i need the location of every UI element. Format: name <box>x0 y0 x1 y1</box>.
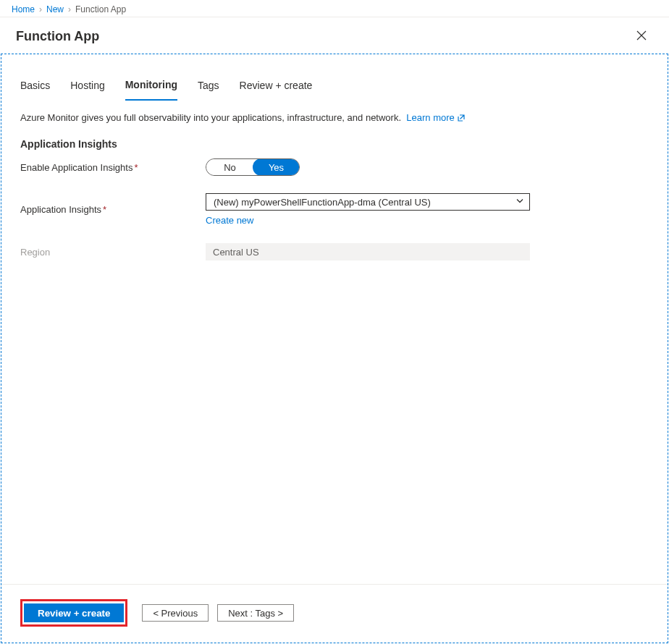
intro-message: Azure Monitor gives you full observabili… <box>20 112 401 123</box>
breadcrumb: Home › New › Function App <box>0 0 669 17</box>
required-marker: * <box>103 204 106 215</box>
tabs-bar: Basics Hosting Monitoring Tags Review + … <box>1 54 668 101</box>
label-region: Region <box>20 247 206 258</box>
breadcrumb-link-home[interactable]: Home <box>12 4 35 14</box>
label-app-insights-text: Application Insights <box>20 204 101 215</box>
toggle-enable-insights[interactable]: No Yes <box>206 158 300 176</box>
field-region: Central US <box>206 243 530 260</box>
tab-monitoring[interactable]: Monitoring <box>125 79 177 101</box>
review-create-button[interactable]: Review + create <box>24 603 124 622</box>
label-enable-insights: Enable Application Insights* <box>20 162 206 173</box>
page-title: Function App <box>16 29 99 44</box>
breadcrumb-link-new[interactable]: New <box>46 4 64 14</box>
panel-header: Function App <box>0 17 669 54</box>
toggle-option-no[interactable]: No <box>206 159 253 175</box>
select-app-insights[interactable]: (New) myPowerShellFunctionApp-dma (Centr… <box>206 193 530 211</box>
label-enable-insights-text: Enable Application Insights <box>20 162 132 173</box>
highlight-review-create: Review + create <box>20 599 127 627</box>
content-frame: Basics Hosting Monitoring Tags Review + … <box>1 54 668 643</box>
footer-bar: Review + create < Previous Next : Tags > <box>1 584 668 643</box>
section-title-app-insights: Application Insights <box>20 138 649 150</box>
row-enable-insights: Enable Application Insights* No Yes <box>20 157 649 177</box>
row-region: Region Central US <box>20 242 649 262</box>
toggle-option-yes[interactable]: Yes <box>253 158 300 176</box>
learn-more-link[interactable]: Learn more <box>406 112 454 123</box>
breadcrumb-separator: › <box>68 4 71 14</box>
tab-basics[interactable]: Basics <box>20 79 50 101</box>
label-app-insights: Application Insights* <box>20 204 206 215</box>
tab-tags[interactable]: Tags <box>198 79 219 101</box>
tab-hosting[interactable]: Hosting <box>70 79 104 101</box>
create-new-link[interactable]: Create new <box>206 215 253 226</box>
intro-text: Azure Monitor gives you full observabili… <box>20 112 649 124</box>
external-link-icon <box>458 113 465 124</box>
tab-review-create[interactable]: Review + create <box>240 79 313 101</box>
close-button[interactable] <box>630 25 653 48</box>
breadcrumb-current: Function App <box>75 4 126 14</box>
required-marker: * <box>134 162 138 173</box>
previous-button[interactable]: < Previous <box>142 604 209 622</box>
form-body: Azure Monitor gives you full observabili… <box>1 101 668 584</box>
breadcrumb-separator: › <box>39 4 42 14</box>
row-app-insights: Application Insights* (New) myPowerShell… <box>20 193 649 226</box>
close-icon <box>636 32 647 43</box>
next-button[interactable]: Next : Tags > <box>217 604 294 622</box>
